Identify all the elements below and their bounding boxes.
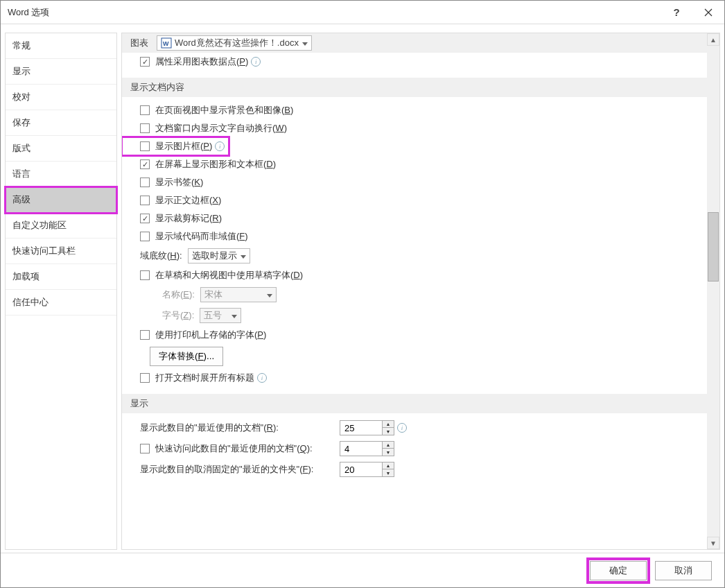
help-button[interactable]: ?: [661, 1, 692, 24]
quick-access-checkbox[interactable]: [140, 444, 150, 453]
sidebar-item-proofing[interactable]: 校对: [6, 85, 116, 110]
opt-draftfont-label: 在草稿和大纲视图中使用草稿字体(D): [155, 269, 303, 282]
section-chart: 图表 W Word竟然还有这些操作！.docx: [122, 33, 707, 53]
field-shading-dropdown[interactable]: 选取时显示: [188, 248, 250, 263]
close-button[interactable]: [692, 1, 724, 24]
vertical-scrollbar[interactable]: ▲ ▼: [707, 33, 719, 549]
opt-expandall-label: 打开文档时展开所有标题: [155, 372, 254, 384]
quick-access-spinner[interactable]: ▲▼: [340, 441, 394, 456]
close-icon: [704, 8, 713, 17]
opt-cropmarks-label: 显示裁剪标记(R): [155, 212, 222, 225]
field-shading-label: 域底纹(H):: [140, 250, 182, 262]
quick-access-label: 快速访问此数目的"最近使用的文档"(Q):: [155, 442, 334, 455]
opt-printerfonts-checkbox[interactable]: [140, 330, 150, 340]
opt-picture-frame-row: 显示图片框(P) i: [122, 137, 229, 155]
word-options-dialog: Word 选项 ? 常规 显示 校对 保存 版式 语言 高级 自定义功能区 快速…: [0, 0, 725, 588]
sidebar-item-general[interactable]: 常规: [6, 33, 116, 59]
info-icon[interactable]: i: [257, 373, 267, 383]
recent-docs-row: 显示此数目的"最近使用的文档"(R): ▲▼ i: [122, 417, 707, 438]
sidebar-item-display[interactable]: 显示: [6, 59, 116, 85]
quick-access-input[interactable]: [340, 442, 382, 456]
font-size-label: 字号(Z):: [162, 309, 194, 322]
opt-textbound-label: 显示正文边框(X): [155, 194, 221, 207]
info-icon[interactable]: i: [397, 423, 407, 433]
opt-drawings-row: 在屏幕上显示图形和文本框(D): [122, 155, 707, 173]
spinner-down-icon[interactable]: ▼: [383, 449, 394, 456]
sidebar-item-layout[interactable]: 版式: [6, 136, 116, 162]
field-shading-row: 域底纹(H): 选取时显示: [122, 245, 707, 266]
opt-drawings-checkbox[interactable]: [140, 159, 150, 169]
scroll-up-icon[interactable]: ▲: [707, 33, 719, 46]
opt-bg-checkbox[interactable]: [140, 105, 150, 115]
chart-document-dropdown[interactable]: W Word竟然还有这些操作！.docx: [157, 35, 312, 51]
opt-expandall-checkbox[interactable]: [140, 373, 150, 383]
opt-wrap-checkbox[interactable]: [140, 123, 150, 133]
quick-access-row: 快速访问此数目的"最近使用的文档"(Q): ▲▼: [122, 438, 707, 459]
font-name-row: 名称(E): 宋体: [122, 284, 707, 305]
opt-wrap-row: 文档窗口内显示文字自动换行(W): [122, 119, 707, 137]
info-icon[interactable]: i: [251, 57, 261, 67]
opt-bg-label: 在页面视图中显示背景色和图像(B): [155, 104, 293, 116]
opt-fieldcodes-checkbox[interactable]: [140, 232, 150, 241]
scroll-track[interactable]: [707, 46, 719, 537]
recent-docs-label: 显示此数目的"最近使用的文档"(R):: [140, 422, 334, 434]
recent-folders-label: 显示此数目的取消固定的"最近的文件夹"(F):: [140, 463, 334, 476]
opt-fieldcodes-label: 显示域代码而非域值(F): [155, 230, 248, 243]
opt-textbound-checkbox[interactable]: [140, 196, 150, 205]
section-display: 显示: [122, 394, 707, 413]
sidebar-item-language[interactable]: 语言: [6, 162, 116, 187]
sidebar-item-customize-ribbon[interactable]: 自定义功能区: [6, 213, 116, 239]
opt-chart-datapoints-row: 属性采用图表数据点(P) i: [122, 53, 707, 71]
recent-docs-input[interactable]: [340, 421, 382, 435]
svg-text:W: W: [163, 40, 169, 47]
font-size-row: 字号(Z): 五号: [122, 305, 707, 326]
scroll-down-icon[interactable]: ▼: [707, 537, 719, 549]
font-substitution-button[interactable]: 字体替换(F)...: [150, 347, 223, 366]
opt-bookmarks-row: 显示书签(K): [122, 173, 707, 191]
word-doc-icon: W: [161, 37, 172, 49]
recent-folders-input[interactable]: [340, 462, 382, 476]
spinner-down-icon[interactable]: ▼: [383, 469, 394, 476]
opt-fieldcodes-row: 显示域代码而非域值(F): [122, 227, 707, 245]
opt-bookmarks-checkbox[interactable]: [140, 178, 150, 187]
chart-document-name: Word竟然还有这些操作！.docx: [175, 37, 299, 49]
spinner-down-icon[interactable]: ▼: [383, 428, 394, 435]
opt-draftfont-row: 在草稿和大纲视图中使用草稿字体(D): [122, 266, 707, 284]
sidebar: 常规 显示 校对 保存 版式 语言 高级 自定义功能区 快速访问工具栏 加载项 …: [5, 33, 117, 550]
recent-folders-row: 显示此数目的取消固定的"最近的文件夹"(F): ▲▼: [122, 459, 707, 480]
opt-drawings-label: 在屏幕上显示图形和文本框(D): [155, 158, 276, 171]
font-name-dropdown: 宋体: [200, 287, 277, 302]
opt-cropmarks-row: 显示裁剪标记(R): [122, 209, 707, 227]
dialog-body: 常规 显示 校对 保存 版式 语言 高级 自定义功能区 快速访问工具栏 加载项 …: [1, 24, 724, 553]
opt-chart-datapoints-label: 属性采用图表数据点(P): [155, 55, 248, 68]
opt-printerfonts-row: 使用打印机上存储的字体(P): [122, 326, 707, 344]
font-name-label: 名称(E):: [162, 288, 195, 301]
spinner-up-icon[interactable]: ▲: [383, 421, 394, 428]
ok-button[interactable]: 确定: [590, 561, 647, 580]
content-panel: 图表 W Word竟然还有这些操作！.docx 属性采用图表数据点(P) i 显…: [121, 33, 720, 550]
font-subst-row: 字体替换(F)...: [122, 344, 707, 369]
sidebar-item-advanced[interactable]: 高级: [6, 187, 116, 213]
info-icon[interactable]: i: [215, 141, 225, 151]
dialog-footer: 确定 取消: [1, 553, 724, 587]
scroll-thumb[interactable]: [708, 212, 719, 282]
sidebar-item-quick-access[interactable]: 快速访问工具栏: [6, 239, 116, 264]
spinner-up-icon[interactable]: ▲: [383, 462, 394, 469]
sidebar-item-addins[interactable]: 加载项: [6, 264, 116, 290]
sidebar-item-trust-center[interactable]: 信任中心: [6, 290, 116, 315]
opt-draftfont-checkbox[interactable]: [140, 270, 150, 280]
sidebar-item-save[interactable]: 保存: [6, 110, 116, 136]
section-doc-content: 显示文档内容: [122, 78, 707, 97]
opt-printerfonts-label: 使用打印机上存储的字体(P): [155, 329, 266, 341]
recent-docs-spinner[interactable]: ▲▼: [340, 420, 394, 435]
opt-picture-frame-checkbox[interactable]: [140, 141, 150, 151]
spinner-up-icon[interactable]: ▲: [383, 442, 394, 449]
window-title: Word 选项: [8, 6, 661, 19]
opt-wrap-label: 文档窗口内显示文字自动换行(W): [155, 122, 287, 135]
opt-chart-datapoints-checkbox[interactable]: [140, 57, 150, 67]
cancel-button[interactable]: 取消: [655, 561, 712, 580]
recent-folders-spinner[interactable]: ▲▼: [340, 462, 394, 477]
opt-textbound-row: 显示正文边框(X): [122, 191, 707, 209]
section-chart-label: 图表: [130, 37, 148, 49]
opt-cropmarks-checkbox[interactable]: [140, 214, 150, 223]
